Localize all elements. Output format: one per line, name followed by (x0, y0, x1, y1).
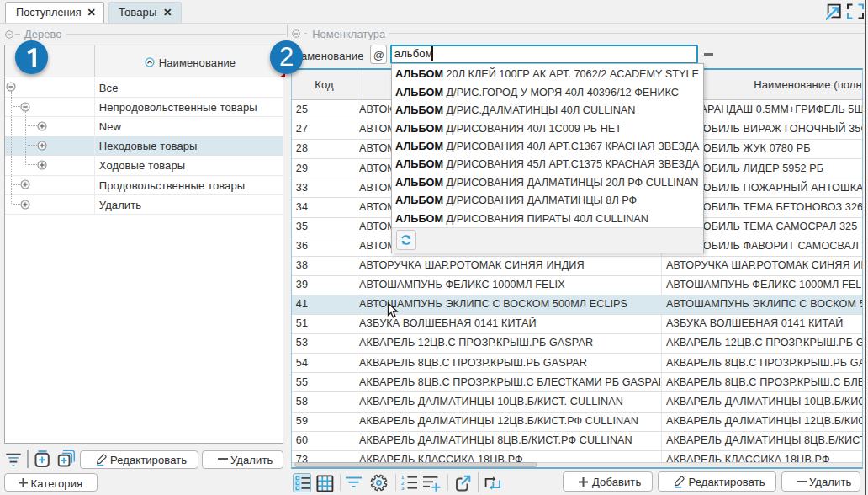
svg-text:3: 3 (401, 485, 405, 491)
